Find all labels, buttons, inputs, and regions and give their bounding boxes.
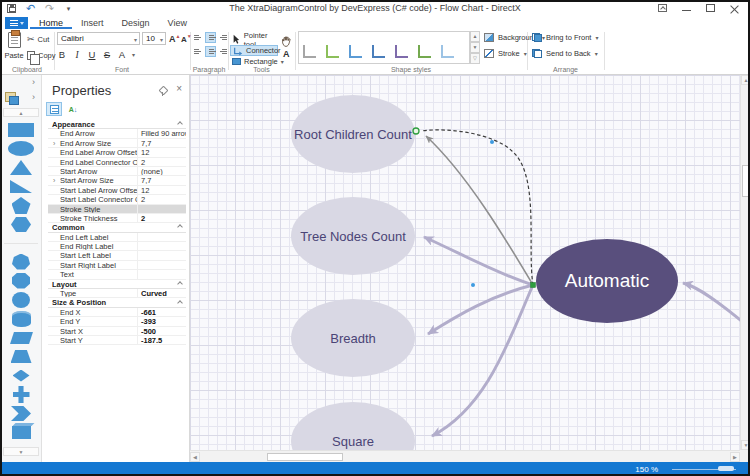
property-value[interactable]: 2 xyxy=(137,158,186,166)
align-button[interactable] xyxy=(218,46,229,57)
close-icon[interactable]: × xyxy=(176,83,182,94)
tab-insert[interactable]: Insert xyxy=(72,17,113,29)
shape-cross[interactable] xyxy=(0,385,42,404)
connector-style-swatch[interactable] xyxy=(303,38,317,58)
selected-connector[interactable] xyxy=(421,130,533,285)
property-value[interactable]: (none) xyxy=(137,167,186,175)
connector-to-root-children-count[interactable] xyxy=(426,136,533,285)
pin-icon[interactable] xyxy=(159,87,167,96)
format-u-button[interactable]: U xyxy=(87,49,97,60)
diagram-node-root-children-count[interactable]: Root Children Count xyxy=(291,95,415,173)
ribbon-display-options-button[interactable] xyxy=(650,0,674,16)
format-i-button[interactable]: I xyxy=(72,50,82,60)
property-section-common[interactable]: Common xyxy=(48,223,186,232)
connector-to-breadth[interactable] xyxy=(428,285,533,334)
align-button[interactable] xyxy=(205,46,216,57)
property-row[interactable]: Stroke Style xyxy=(48,205,186,214)
property-value[interactable]: 2 xyxy=(137,195,186,203)
property-value[interactable] xyxy=(137,261,186,269)
categorized-view-button[interactable] xyxy=(46,102,62,116)
property-row[interactable]: Start Label Arrow Offset12 xyxy=(48,186,186,195)
property-row[interactable]: Start Right Label xyxy=(48,261,186,270)
diagram-node-tree-nodes-count[interactable]: Tree Nodes Count xyxy=(291,197,415,275)
app-menu-button[interactable] xyxy=(5,17,28,29)
connector-start-endpoint[interactable] xyxy=(531,283,536,288)
toolbox-scroll-up[interactable]: ▲ xyxy=(3,108,39,117)
property-value[interactable]: -187.5 xyxy=(137,336,186,344)
property-row[interactable]: Start Y-187.5 xyxy=(48,336,186,345)
minimize-button[interactable] xyxy=(674,0,698,16)
property-value[interactable] xyxy=(137,205,186,213)
vertical-scroll-thumb[interactable] xyxy=(742,165,750,197)
collapse-icon[interactable] xyxy=(177,300,183,306)
property-value[interactable]: Filled 90 arrow xyxy=(137,129,186,137)
align-button[interactable] xyxy=(205,32,216,43)
shape-triangle[interactable] xyxy=(0,158,42,177)
property-value[interactable]: -661 xyxy=(137,308,186,316)
grow-font-button[interactable]: A▲ xyxy=(169,33,180,44)
cut-button[interactable]: ✂ Cut xyxy=(27,35,49,44)
property-value[interactable]: 2 xyxy=(137,214,186,222)
shape-cylinder[interactable] xyxy=(0,309,42,328)
scroll-up-icon[interactable]: ▲ xyxy=(741,75,750,85)
property-value[interactable] xyxy=(137,251,186,259)
property-value[interactable]: -393 xyxy=(137,317,186,325)
maximize-button[interactable] xyxy=(698,0,722,16)
property-value[interactable] xyxy=(137,233,186,241)
format-b-button[interactable]: B xyxy=(57,49,67,60)
diagram-node-automatic[interactable]: Automatic xyxy=(536,239,678,323)
property-row[interactable]: Start Label Connector Offset2 xyxy=(48,195,186,204)
font-size-combo[interactable]: 10 xyxy=(142,32,166,45)
property-value[interactable]: Curved xyxy=(137,289,186,297)
property-row[interactable]: Start X-500 xyxy=(48,327,186,336)
bring-to-front-button[interactable]: Bring to Front ▾ xyxy=(532,33,598,42)
expander-icon[interactable]: › xyxy=(53,139,55,147)
horizontal-scrollbar[interactable]: ◀ ▶ xyxy=(190,450,740,462)
property-value[interactable]: -500 xyxy=(137,327,186,335)
text-tool-button[interactable]: A xyxy=(283,49,290,59)
shape-ellipse[interactable] xyxy=(0,139,42,158)
connector-to-square[interactable] xyxy=(432,285,533,436)
property-value[interactable]: 12 xyxy=(137,186,186,194)
property-section-size-position[interactable]: Size & Position xyxy=(48,298,186,307)
stroke-button[interactable]: Stroke ▾ xyxy=(484,49,527,58)
gallery-up-icon[interactable]: ▲ xyxy=(470,31,480,42)
toolbox-scroll-down[interactable]: ▼ xyxy=(3,447,39,456)
zoom-slider-thumb[interactable] xyxy=(718,466,734,471)
property-row[interactable]: TypeCurved xyxy=(48,289,186,298)
tab-design[interactable]: Design xyxy=(113,17,159,29)
shape-parallelogram[interactable] xyxy=(0,328,42,347)
copy-button[interactable]: Copy xyxy=(27,51,56,60)
diagram-canvas[interactable]: Root Children CountTree Nodes CountBread… xyxy=(190,75,750,462)
shape-diamond[interactable] xyxy=(0,366,42,385)
toolbox-expand-icon[interactable]: › xyxy=(32,77,35,87)
font-family-combo[interactable]: Calibri xyxy=(57,32,140,45)
control-point[interactable] xyxy=(471,283,475,287)
connector-style-swatch[interactable] xyxy=(441,38,455,58)
shape-rectangle[interactable] xyxy=(0,120,42,139)
close-button[interactable] xyxy=(722,0,746,16)
connector-to-tree-nodes-count[interactable] xyxy=(424,237,533,285)
property-row[interactable]: End Right Label xyxy=(48,242,186,251)
horizontal-scroll-thumb[interactable] xyxy=(267,453,343,461)
shape-hexagon[interactable] xyxy=(0,215,42,234)
format-a-button[interactable]: A xyxy=(117,49,127,60)
gallery-expand-icon[interactable]: ▽ xyxy=(470,53,480,64)
tool-pointer-tool[interactable]: Pointer tool xyxy=(230,34,277,45)
connector-style-swatch[interactable] xyxy=(326,38,340,58)
shrink-font-button[interactable]: A▼ xyxy=(181,33,192,44)
scroll-down-icon[interactable]: ▼ xyxy=(741,440,750,450)
property-section-layout[interactable]: Layout xyxy=(48,280,186,289)
align-button[interactable] xyxy=(218,32,229,43)
tab-home[interactable]: Home xyxy=(30,17,72,29)
shape-heptagon[interactable] xyxy=(0,252,42,271)
scroll-right-icon[interactable]: ▶ xyxy=(730,452,740,462)
shape-right-triangle[interactable] xyxy=(0,177,42,196)
diagram-node-breadth[interactable]: Breadth xyxy=(291,299,415,377)
expander-icon[interactable]: › xyxy=(53,176,55,184)
shape-decagon[interactable] xyxy=(0,290,42,309)
shape-octagon[interactable] xyxy=(0,271,42,290)
control-point[interactable] xyxy=(490,140,494,144)
send-to-back-button[interactable]: Send to Back ▾ xyxy=(532,49,598,58)
tool-connector[interactable]: Connector xyxy=(230,45,278,56)
